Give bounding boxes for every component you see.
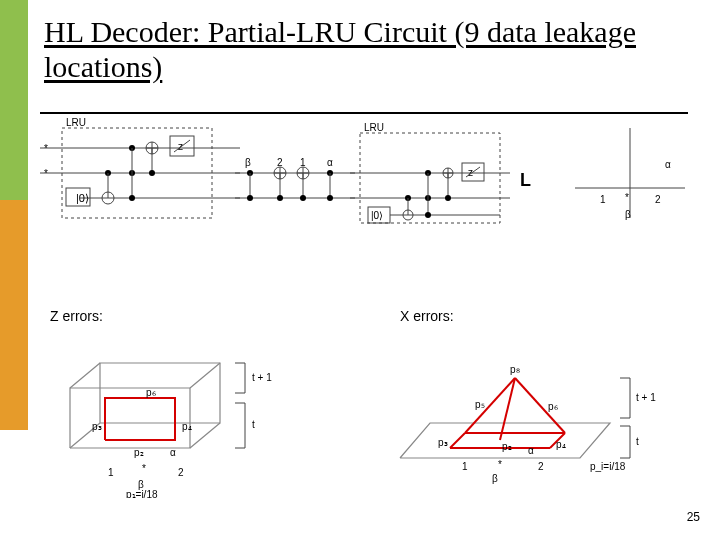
svg-text:2: 2 (538, 461, 544, 472)
svg-text:p₅: p₅ (475, 399, 485, 410)
svg-text:LRU: LRU (66, 118, 86, 128)
svg-text:t: t (252, 419, 255, 430)
mid-gates: β 2 1 α (235, 118, 355, 228)
svg-line-74 (190, 423, 220, 448)
svg-text:p₆: p₆ (548, 401, 558, 412)
svg-text:p₄: p₄ (556, 439, 566, 450)
svg-text:LRU: LRU (364, 123, 384, 133)
svg-text:*: * (44, 143, 48, 154)
svg-text:α: α (528, 445, 534, 456)
svg-text:p₂: p₂ (502, 441, 512, 452)
x-errors-label: X errors: (400, 308, 454, 324)
svg-line-75 (70, 363, 100, 388)
svg-line-76 (190, 363, 220, 388)
svg-text:1: 1 (108, 467, 114, 478)
svg-point-40 (327, 195, 333, 201)
svg-text:p₃: p₃ (438, 437, 448, 448)
svg-text:β: β (245, 157, 251, 168)
svg-text:p₂: p₂ (134, 447, 144, 458)
svg-text:t + 1: t + 1 (636, 392, 656, 403)
svg-text:*: * (44, 168, 48, 179)
z-errors-label: Z errors: (50, 308, 103, 324)
sidebar-orange (0, 200, 28, 430)
svg-point-37 (300, 195, 306, 201)
sidebar-green (0, 0, 28, 200)
svg-text:α: α (170, 447, 176, 458)
lru-block-1: LRU * * z (40, 118, 260, 228)
axes-diagram: α 1 2 * β (570, 123, 690, 223)
svg-point-19 (149, 170, 155, 176)
ket0-1: |0⟩ (76, 192, 89, 205)
svg-text:t + 1: t + 1 (252, 372, 272, 383)
sidebar (0, 0, 28, 540)
title-rule (40, 112, 688, 114)
svg-text:β: β (625, 209, 631, 220)
x-errors-diagram: p₈ p₅ p₆ p₃ p₂ p₄ α 1 * 2 β p_i=i/18 t +… (380, 348, 700, 498)
svg-text:p₄: p₄ (182, 421, 192, 432)
svg-point-57 (425, 212, 431, 218)
svg-text:*: * (142, 463, 146, 474)
svg-text:2: 2 (655, 194, 661, 205)
svg-text:β: β (492, 473, 498, 484)
page-title: HL Decoder: Partial-LRU Circuit (9 data … (44, 14, 684, 85)
svg-text:p₁=i/18: p₁=i/18 (126, 489, 158, 498)
L-label: L (520, 170, 531, 191)
svg-text:2: 2 (277, 157, 283, 168)
svg-text:α: α (665, 159, 671, 170)
svg-text:*: * (625, 192, 629, 203)
svg-text:p_i=i/18: p_i=i/18 (590, 461, 626, 472)
ket0-2: |0⟩ (371, 210, 383, 221)
svg-text:p₃: p₃ (92, 421, 102, 432)
svg-text:t: t (636, 436, 639, 447)
z-errors-diagram: p₆ p₃ p₄ p₂ α 1 * 2 β p₁=i/18 t + 1 t (50, 348, 350, 498)
svg-point-14 (129, 195, 135, 201)
svg-text:p₈: p₈ (510, 364, 520, 375)
svg-text:1: 1 (300, 157, 306, 168)
svg-line-91 (450, 433, 465, 448)
slide: HL Decoder: Partial-LRU Circuit (9 data … (0, 0, 720, 540)
svg-point-62 (445, 195, 451, 201)
content-area: LRU * * z (40, 118, 700, 518)
svg-text:1: 1 (462, 461, 468, 472)
svg-point-32 (277, 195, 283, 201)
svg-text:1: 1 (600, 194, 606, 205)
svg-text:2: 2 (178, 467, 184, 478)
svg-text:*: * (498, 459, 502, 470)
svg-text:p₆: p₆ (146, 387, 156, 398)
svg-text:α: α (327, 157, 333, 168)
svg-point-27 (247, 195, 253, 201)
